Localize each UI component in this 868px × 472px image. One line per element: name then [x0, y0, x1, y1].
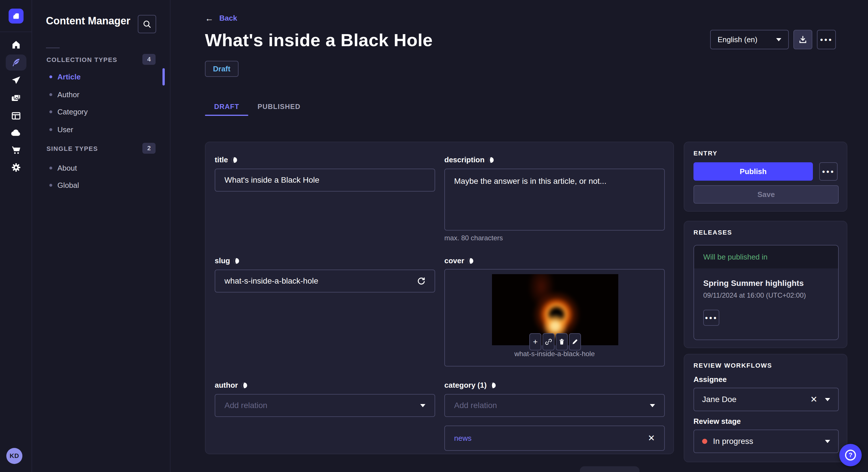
release-card: Will be published in Spring Summer highl… [693, 245, 839, 340]
entry-panel: ENTRY Publish ●●● Save [684, 142, 847, 212]
ellipsis-icon: ●●● [820, 37, 833, 42]
sidebar-item-user[interactable]: User [50, 124, 73, 135]
clear-assignee-icon[interactable]: ✕ [810, 395, 817, 404]
releases-panel-title: RELEASES [693, 229, 732, 236]
review-stage-select[interactable]: In progress [693, 430, 839, 453]
sidebar-item-about[interactable]: About [50, 162, 77, 174]
locale-globe-icon [489, 382, 496, 389]
bullet-icon [50, 128, 52, 131]
single-types-count: 2 [143, 143, 156, 154]
content-manager-icon[interactable] [6, 55, 26, 71]
home-icon[interactable] [6, 37, 26, 53]
strapi-admin: KD Content Manager COLLECTION TYPES 4 Ar… [0, 0, 868, 472]
release-more-button[interactable]: ●●● [703, 310, 719, 326]
locale-globe-icon [241, 382, 248, 389]
section-collection-types: COLLECTION TYPES [46, 56, 117, 64]
category-field-label: category (1) [444, 381, 496, 390]
divider [46, 47, 60, 48]
locale-globe-icon [231, 157, 238, 164]
locale-select[interactable]: English (en) [710, 30, 789, 49]
review-workflows-panel: REVIEW WORKFLOWS Assignee Jane Doe ✕ Rev… [684, 354, 847, 462]
cloud-icon[interactable] [6, 125, 26, 141]
ellipsis-icon: ●●● [705, 315, 718, 320]
stage-status-dot [702, 439, 707, 444]
save-button[interactable]: Save [693, 185, 839, 204]
header-toolbar: English (en) ●●● [710, 30, 836, 49]
publish-button[interactable]: Publish [693, 162, 813, 181]
remove-relation-icon[interactable]: ✕ [648, 434, 655, 442]
author-relation-select[interactable]: Add relation [215, 394, 435, 417]
settings-gear-icon[interactable] [6, 160, 26, 175]
chevron-down-icon [825, 398, 830, 401]
releases-send-icon[interactable] [6, 72, 26, 88]
marketplace-cart-icon[interactable] [6, 142, 26, 158]
collection-types-count: 4 [143, 54, 156, 65]
media-library-icon[interactable] [6, 90, 26, 106]
chevron-down-icon [420, 404, 425, 407]
active-item-indicator [162, 68, 165, 86]
content-type-builder-icon[interactable] [6, 108, 26, 124]
entry-panel-title: ENTRY [693, 150, 718, 157]
cover-field-label: cover [444, 256, 474, 265]
bullet-icon [50, 75, 52, 78]
category-relation-item: news ✕ [444, 426, 665, 451]
cover-toolbar: + [529, 333, 581, 350]
locale-globe-icon [233, 258, 240, 264]
bullet-icon [50, 184, 52, 187]
entry-more-button[interactable]: ●●● [819, 162, 838, 181]
bullet-icon [50, 167, 52, 169]
sidebar-item-author[interactable]: Author [50, 89, 80, 100]
copy-link-button[interactable] [542, 333, 555, 350]
review-panel-title: REVIEW WORKFLOWS [693, 362, 772, 369]
sidebar-title: Content Manager [46, 15, 130, 27]
category-relation-select[interactable]: Add relation [444, 394, 665, 417]
question-mark-icon: ? [845, 450, 856, 461]
status-badge: Draft [205, 61, 239, 77]
author-field-label: author [215, 381, 248, 390]
scroll-peek-button[interactable] [580, 466, 640, 472]
strapi-logo-icon[interactable] [9, 9, 24, 24]
help-button[interactable]: ? [839, 444, 862, 466]
locale-globe-icon [467, 258, 474, 264]
sidebar-item-category[interactable]: Category [50, 106, 88, 117]
release-status: Will be published in [694, 245, 838, 268]
tab-published[interactable]: PUBLISHED [248, 98, 309, 116]
delete-media-button[interactable] [556, 333, 568, 350]
release-details: Spring Summer highlights 09/11/2024 at 1… [694, 268, 838, 340]
release-name[interactable]: Spring Summer highlights [703, 279, 829, 288]
more-options-button[interactable]: ●●● [817, 30, 836, 49]
description-textarea[interactable]: Maybe the answer is in this article, or … [444, 169, 665, 231]
ellipsis-icon: ●●● [822, 169, 835, 174]
title-field-label: title [215, 156, 238, 164]
sidebar-item-global[interactable]: Global [50, 179, 79, 191]
content-manager-sidebar: Content Manager COLLECTION TYPES 4 Artic… [32, 0, 170, 472]
description-field-label: description [444, 156, 494, 164]
search-button[interactable] [138, 15, 156, 33]
slug-field-label: slug [215, 256, 240, 265]
bullet-icon [50, 93, 52, 96]
sidebar-item-article[interactable]: Article [50, 71, 81, 82]
cover-filename: what-s-inside-a-black-hole [445, 350, 664, 358]
user-avatar[interactable]: KD [6, 448, 22, 464]
assignee-label: Assignee [693, 375, 727, 384]
nav-rail: KD [0, 0, 32, 472]
description-hint: max. 80 characters [444, 234, 503, 242]
relation-link-news[interactable]: news [454, 434, 472, 443]
add-media-button[interactable]: + [529, 333, 541, 350]
slug-input[interactable]: what-s-inside-a-black-hole [215, 270, 435, 293]
back-link[interactable]: ← Back [205, 14, 237, 23]
title-input[interactable]: What's inside a Black Hole [215, 169, 435, 192]
tab-draft[interactable]: DRAFT [205, 98, 248, 116]
section-single-types: SINGLE TYPES [46, 145, 98, 153]
regenerate-icon[interactable] [417, 277, 425, 285]
back-arrow-icon: ← [205, 14, 214, 23]
edit-media-button[interactable] [569, 333, 581, 350]
assignee-combobox[interactable]: Jane Doe ✕ [693, 388, 839, 411]
review-stage-label: Review stage [693, 417, 741, 426]
cover-media-card: + what-s-inside-a-black-hole [444, 269, 665, 367]
download-button[interactable] [794, 30, 812, 49]
logo-cell [0, 0, 32, 32]
releases-panel: RELEASES Will be published in Spring Sum… [684, 221, 847, 348]
locale-globe-icon [487, 157, 494, 164]
chevron-down-icon [776, 38, 781, 41]
